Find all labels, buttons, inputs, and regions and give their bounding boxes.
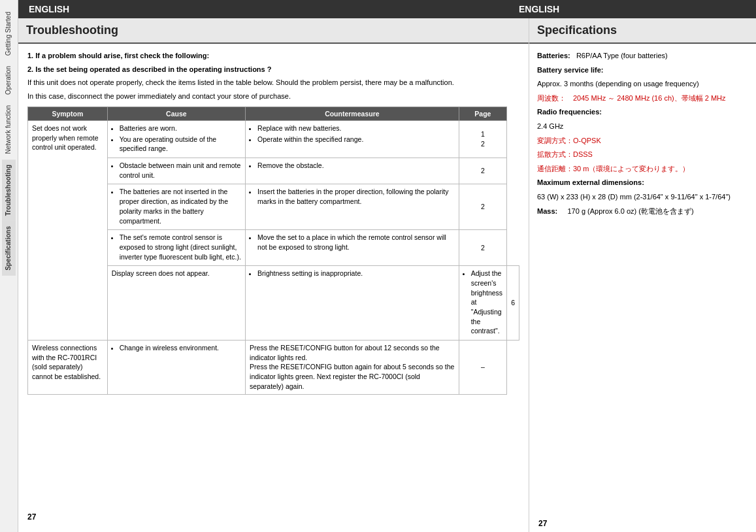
- spec-max-dim-value: 63 (W) x 233 (H) x 28 (D) mm (2-31/64" x…: [537, 191, 748, 203]
- page-1-1: 12: [459, 121, 506, 158]
- spec-radio-freq-label: Radio frequencies:: [537, 107, 748, 118]
- intro-text: 1. If a problem should arise, first chec…: [27, 50, 519, 101]
- sidebar-item-troubleshooting[interactable]: Troubleshooting: [2, 159, 16, 221]
- intro-line1: 1. If a problem should arise, first chec…: [27, 52, 209, 59]
- counter-1-4: Move the set to a place in which the rem…: [246, 230, 459, 266]
- counter-3-1: Press the RESET/CONFIG button for about …: [246, 341, 459, 394]
- counter-2-1: Adjust the screen's brightness at "Adjus…: [459, 266, 506, 341]
- sidebar-item-operation[interactable]: Operation: [2, 61, 16, 100]
- left-header-label: ENGLISH: [29, 4, 519, 14]
- cause-1-4: The set's remote control sensor is expos…: [107, 230, 245, 266]
- trouble-table: Symptom Cause Countermeasure Page Set do…: [27, 107, 519, 395]
- page-1-3: 2: [459, 184, 506, 230]
- symptom-3: Wireless connections with the RC-7001RCI…: [28, 341, 108, 394]
- symptom-1: Set does not work properly when remote c…: [28, 121, 108, 341]
- right-column: Specifications Batteries: R6P/AA Type (f…: [529, 18, 756, 532]
- troubleshooting-header: Troubleshooting: [18, 18, 529, 44]
- table-row: Wireless connections with the RC-7001RCI…: [28, 341, 519, 394]
- page-1-4: 2: [459, 230, 506, 266]
- specs-content: Batteries: R6P/AA Type (four batteries) …: [529, 44, 756, 226]
- page-number-left: 27: [18, 508, 45, 525]
- spec-frequency-japanese: 周波数： 2045 MHz ～ 2480 MHz (16 ch)、帯域幅 2 M…: [537, 93, 748, 105]
- counter-1-1: Replace with new batteries. Operate with…: [246, 121, 459, 158]
- spec-battery-life-label: Battery service life:: [537, 65, 748, 76]
- sidebar-item-specifications[interactable]: Specifications: [2, 221, 16, 276]
- sidebar-item-network-function[interactable]: Network function: [2, 100, 16, 159]
- spec-spread-japanese: 拡散方式：DSSS: [537, 149, 748, 161]
- intro-line3: If this unit does not operate properly, …: [27, 77, 519, 88]
- counter-1-2: Remove the obstacle.: [246, 158, 459, 184]
- columns: Troubleshooting 1. If a problem should a…: [18, 18, 756, 532]
- spec-batteries: Batteries: R6P/AA Type (four batteries): [537, 50, 748, 62]
- spec-battery-life-value: Approx. 3 months (depending on usage fre…: [537, 78, 748, 90]
- intro-line2: 2. Is the set being operated as describe…: [27, 65, 271, 73]
- sidebar: Getting Started Operation Network functi…: [0, 0, 18, 532]
- counter-1-3: Insert the batteries in the proper direc…: [246, 184, 459, 230]
- table-row: Set does not work properly when remote c…: [28, 121, 519, 158]
- symptom-2: Display screen does not appear.: [107, 266, 245, 341]
- spec-modulation-japanese: 変調方式：O-QPSK: [537, 135, 748, 147]
- spec-radio-freq-value: 2.4 GHz: [537, 121, 748, 133]
- page-number-right: 27: [529, 515, 756, 532]
- spec-distance-japanese: 通信距離：30 m（環境によって変わります。）: [537, 163, 748, 175]
- cause-3-1: Change in wireless environment.: [107, 341, 245, 394]
- sidebar-item-getting-started[interactable]: Getting Started: [2, 7, 16, 61]
- spec-mass: Mass: 170 g (Approx 6.0 oz) (乾電池を含まず): [537, 206, 748, 218]
- page-1-2: 2: [459, 158, 506, 184]
- top-header: ENGLISH ENGLISH: [18, 0, 756, 18]
- cause-1-1: Batteries are worn. You are operating ou…: [107, 121, 245, 158]
- cause-1-3: The batteries are not inserted in the pr…: [107, 184, 245, 230]
- right-header-label: ENGLISH: [519, 4, 746, 14]
- cause-2-1: Brightness setting is inappropriate.: [246, 266, 459, 341]
- specifications-header: Specifications: [529, 18, 756, 44]
- page-3-1: –: [459, 341, 506, 394]
- col-symptom: Symptom: [28, 107, 108, 121]
- page-2-1: 6: [507, 266, 519, 341]
- cause-1-2: Obstacle between main unit and remote co…: [107, 158, 245, 184]
- col-cause: Cause: [107, 107, 245, 121]
- intro-line4: In this case, disconnect the power immed…: [27, 91, 519, 102]
- main-content: ENGLISH ENGLISH Troubleshooting 1. If a …: [18, 0, 756, 532]
- troubleshooting-content: 1. If a problem should arise, first chec…: [18, 44, 529, 401]
- right-col-inner: Specifications Batteries: R6P/AA Type (f…: [529, 18, 756, 532]
- col-page: Page: [459, 107, 506, 121]
- col-countermeasure: Countermeasure: [246, 107, 459, 121]
- spec-max-dim-label: Maximum external dimensions:: [537, 177, 748, 189]
- left-column: Troubleshooting 1. If a problem should a…: [18, 18, 529, 532]
